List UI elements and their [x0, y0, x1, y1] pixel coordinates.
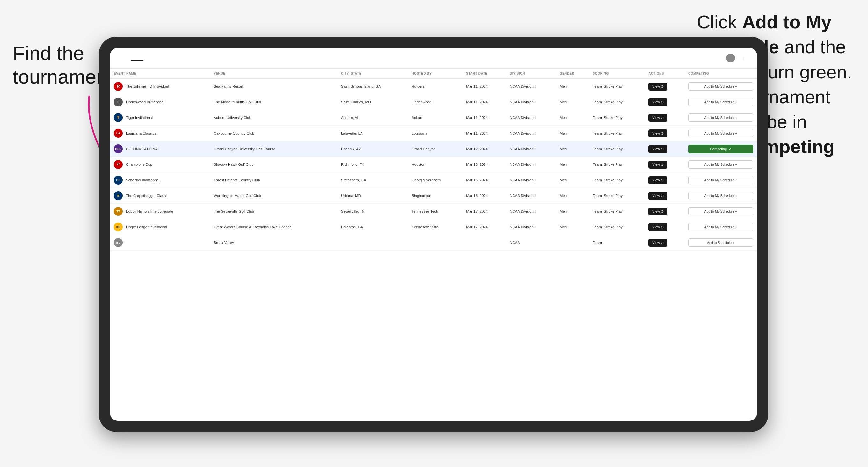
- start-date-cell: Mar 16, 2024: [462, 188, 506, 204]
- view-button[interactable]: View ⊙: [648, 161, 668, 168]
- city-state-cell: Lafayette, LA: [337, 126, 408, 141]
- col-actions: ACTIONS: [645, 68, 684, 79]
- scoring-cell: Team, Stroke Play: [589, 94, 645, 110]
- scoring-cell: Team, Stroke Play: [589, 141, 645, 157]
- gender-cell: Men: [556, 141, 589, 157]
- app-header: |: [110, 48, 757, 68]
- event-name: Tiger Invitational: [126, 115, 153, 120]
- event-name: Schenkel Invitational: [126, 178, 159, 183]
- tab-teams[interactable]: [144, 55, 156, 61]
- add-to-schedule-button[interactable]: Add to My Schedule +: [688, 129, 753, 137]
- col-venue: VENUE: [210, 68, 337, 79]
- start-date-cell: Mar 11, 2024: [462, 126, 506, 141]
- add-to-schedule-button[interactable]: Add to My Schedule +: [688, 82, 753, 91]
- city-state-cell: Sevierville, TN: [337, 204, 408, 219]
- col-gender: GENDER: [556, 68, 589, 79]
- table-row: L Lindenwood Invitational The Missouri B…: [110, 94, 757, 110]
- hosted-by-cell: Binghamton: [408, 188, 462, 204]
- hosted-by-cell: Lindenwood: [408, 94, 462, 110]
- hosted-by-cell: [408, 235, 462, 251]
- city-state-cell: Phoenix, AZ: [337, 141, 408, 157]
- add-to-schedule-button[interactable]: Add to My Schedule +: [688, 160, 753, 168]
- competing-cell: Add to My Schedule +: [684, 157, 757, 173]
- view-button[interactable]: View ⊙: [648, 239, 668, 247]
- venue-cell: Sea Palms Resort: [210, 79, 337, 94]
- view-button[interactable]: View ⊙: [648, 129, 668, 137]
- view-button[interactable]: View ⊙: [648, 176, 668, 184]
- city-state-cell: [337, 235, 408, 251]
- event-name-cell: KS Linger Longer Invitational: [110, 219, 210, 235]
- gender-cell: Men: [556, 188, 589, 204]
- view-button[interactable]: View ⊙: [648, 192, 668, 200]
- team-logo: L: [114, 97, 123, 106]
- hosted-by-cell: Rutgers: [408, 79, 462, 94]
- division-cell: NCAA Division I: [506, 110, 556, 126]
- hosted-by-cell: Tennessee Tech: [408, 204, 462, 219]
- event-name-cell: BV: [110, 235, 210, 251]
- add-to-schedule-button[interactable]: Add to My Schedule +: [688, 176, 753, 184]
- venue-cell: Forest Heights Country Club: [210, 173, 337, 188]
- scoring-cell: Team, Stroke Play: [589, 219, 645, 235]
- tab-tournaments[interactable]: [131, 55, 144, 61]
- actions-cell: View ⊙: [645, 126, 684, 141]
- event-name: Bobby Nichols Intercollegiate: [126, 209, 173, 214]
- col-start-date: START DATE: [462, 68, 506, 79]
- actions-cell: View ⊙: [645, 204, 684, 219]
- competing-label: Competing: [710, 147, 727, 151]
- scoring-cell: Team, Stroke Play: [589, 173, 645, 188]
- add-to-schedule-button[interactable]: Add to My Schedule +: [688, 192, 753, 200]
- hosted-by-cell: Auburn: [408, 110, 462, 126]
- competing-cell: Add to My Schedule +: [684, 173, 757, 188]
- scoring-cell: Team, Stroke Play: [589, 204, 645, 219]
- competing-cell: Competing ✓: [684, 141, 757, 157]
- event-name: The Carpetbagger Classic: [126, 193, 168, 198]
- team-logo: R: [114, 82, 123, 91]
- tournaments-table: EVENT NAME VENUE CITY, STATE HOSTED BY S…: [110, 68, 757, 251]
- event-name-cell: LA Louisiana Classics: [110, 126, 210, 141]
- add-to-schedule-button[interactable]: Add to My Schedule +: [688, 223, 753, 231]
- team-logo: B: [114, 191, 123, 200]
- city-state-cell: Eatonton, GA: [337, 219, 408, 235]
- team-logo: GCU: [114, 145, 123, 153]
- actions-cell: View ⊙: [645, 157, 684, 173]
- header-right: |: [726, 54, 747, 62]
- add-to-schedule-button[interactable]: Add to My Schedule +: [688, 98, 753, 106]
- city-state-cell: Urbana, MD: [337, 188, 408, 204]
- table-row: H Champions Cup Shadow Hawk Golf ClubRic…: [110, 157, 757, 173]
- start-date-cell: Mar 13, 2024: [462, 157, 506, 173]
- hosted-by-cell: Georgia Southern: [408, 173, 462, 188]
- event-name: Linger Longer Invitational: [126, 224, 167, 229]
- venue-cell: Great Waters Course At Reynolds Lake Oco…: [210, 219, 337, 235]
- competing-cell: Add to My Schedule +: [684, 204, 757, 219]
- view-button[interactable]: View ⊙: [648, 114, 668, 122]
- table-row: T Tiger Invitational Auburn University C…: [110, 110, 757, 126]
- divider: |: [743, 56, 744, 61]
- start-date-cell: [462, 235, 506, 251]
- venue-cell: Brook Valley: [210, 235, 337, 251]
- view-button[interactable]: View ⊙: [648, 208, 668, 216]
- division-cell: NCAA Division I: [506, 94, 556, 110]
- competing-cell: Add to My Schedule +: [684, 110, 757, 126]
- view-button[interactable]: View ⊙: [648, 223, 668, 231]
- table-row: R The Johnnie - O Individual Sea Palms R…: [110, 79, 757, 94]
- team-logo: GS: [114, 176, 123, 185]
- add-to-schedule-button[interactable]: Add to Schedule +: [688, 239, 753, 247]
- actions-cell: View ⊙: [645, 188, 684, 204]
- event-name: Louisiana Classics: [126, 131, 156, 136]
- venue-cell: Worthington Manor Golf Club: [210, 188, 337, 204]
- competing-button[interactable]: Competing ✓: [688, 145, 753, 153]
- view-button[interactable]: View ⊙: [648, 83, 668, 91]
- event-name: Lindenwood Invitational: [126, 99, 164, 104]
- hosted-by-cell: Kennesaw State: [408, 219, 462, 235]
- gender-cell: Men: [556, 219, 589, 235]
- add-to-schedule-button[interactable]: Add to My Schedule +: [688, 207, 753, 216]
- competing-cell: Add to My Schedule +: [684, 94, 757, 110]
- nav-tabs: [131, 55, 156, 61]
- event-name: GCU INVITATIONAL: [126, 146, 160, 151]
- hosted-by-cell: Louisiana: [408, 126, 462, 141]
- view-button[interactable]: View ⊙: [648, 145, 668, 153]
- view-button[interactable]: View ⊙: [648, 98, 668, 106]
- col-competing: COMPETING: [684, 68, 757, 79]
- table-row: B The Carpetbagger Classic Worthington M…: [110, 188, 757, 204]
- add-to-schedule-button[interactable]: Add to My Schedule +: [688, 114, 753, 122]
